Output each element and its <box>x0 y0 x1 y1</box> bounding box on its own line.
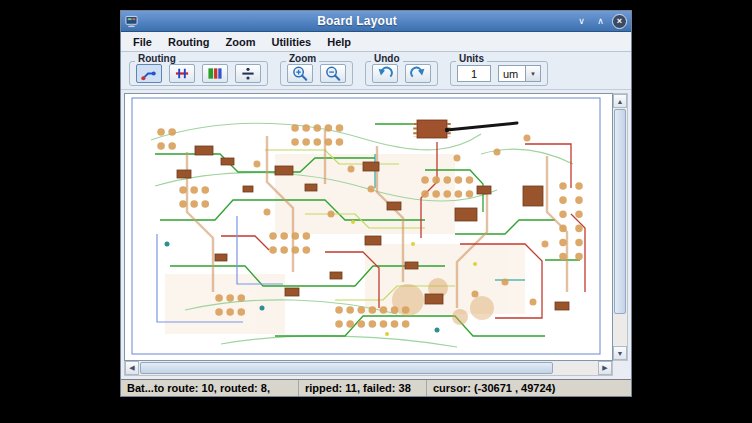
undo-button[interactable] <box>372 64 398 83</box>
scroll-down-icon: ▼ <box>617 350 624 357</box>
window-title: Board Layout <box>140 14 574 28</box>
fanout-icon <box>173 66 191 81</box>
menu-help[interactable]: Help <box>320 34 358 50</box>
menu-zoom[interactable]: Zoom <box>219 34 263 50</box>
redo-icon <box>409 66 427 82</box>
scroll-right-button[interactable]: ▶ <box>598 361 612 375</box>
maximize-button[interactable]: ∧ <box>593 14 608 29</box>
redo-button[interactable] <box>405 64 431 83</box>
menu-bar: File Routing Zoom Utilities Help <box>121 32 631 52</box>
routing-group-label: Routing <box>135 54 179 64</box>
toolbar: Routing <box>121 52 631 90</box>
units-combobox-value: um <box>499 66 525 81</box>
autoroute-button[interactable] <box>136 64 162 83</box>
minimize-button[interactable]: ∨ <box>574 14 589 29</box>
scroll-left-icon: ◀ <box>129 364 134 372</box>
status-bar: Bat...to route: 10, routed: 8, ripped: 1… <box>121 379 631 396</box>
undo-group-label: Undo <box>371 54 403 64</box>
scroll-down-button[interactable]: ▼ <box>613 346 627 360</box>
status-rip-counts: ripped: 11, failed: 38 <box>299 380 427 396</box>
vertical-scroll-thumb[interactable] <box>614 109 626 314</box>
incomplete-route-line <box>445 123 517 132</box>
horizontal-scroll-thumb[interactable] <box>140 362 553 374</box>
horizontal-scroll-track[interactable] <box>139 361 598 375</box>
pcb-board-graphic <box>125 94 612 360</box>
scrollbar-corner <box>613 361 628 376</box>
menu-routing[interactable]: Routing <box>161 34 217 50</box>
zoom-group-label: Zoom <box>286 54 319 64</box>
spread-icon <box>239 66 257 81</box>
scroll-right-icon: ▶ <box>602 364 607 372</box>
main-area: ▲ ▼ ◀ ▶ <box>121 90 631 379</box>
undo-group: Undo <box>365 61 438 86</box>
units-combobox[interactable]: um ▼ <box>498 65 541 82</box>
scroll-up-button[interactable]: ▲ <box>613 94 627 108</box>
optimize-button[interactable] <box>202 64 228 83</box>
routing-group: Routing <box>129 61 268 86</box>
chevron-down-icon: ▼ <box>530 71 536 77</box>
zoom-out-icon <box>324 65 342 82</box>
autoroute-icon <box>140 66 158 81</box>
units-value-input[interactable] <box>457 65 491 82</box>
app-window: Board Layout ∨ ∧ × File Routing Zoom Uti… <box>120 10 632 397</box>
units-group-label: Units <box>456 54 487 64</box>
zoom-out-button[interactable] <box>320 64 346 83</box>
vertical-scrollbar[interactable]: ▲ ▼ <box>613 93 628 361</box>
board-canvas[interactable] <box>124 93 613 361</box>
vertical-scroll-track[interactable] <box>613 108 627 346</box>
optimize-icon <box>206 66 224 81</box>
status-route-counts: Bat...to route: 10, routed: 8, <box>121 380 299 396</box>
app-icon <box>125 14 140 28</box>
fanout-button[interactable] <box>169 64 195 83</box>
ic-chip <box>415 120 449 138</box>
zoom-in-button[interactable] <box>287 64 313 83</box>
scroll-up-icon: ▲ <box>617 98 624 105</box>
spread-button[interactable] <box>235 64 261 83</box>
title-bar[interactable]: Board Layout ∨ ∧ × <box>121 11 631 32</box>
units-group: Units um ▼ <box>450 61 548 86</box>
zoom-group: Zoom <box>280 61 353 86</box>
undo-icon <box>376 66 394 82</box>
scroll-left-button[interactable]: ◀ <box>125 361 139 375</box>
close-button[interactable]: × <box>612 14 627 29</box>
menu-file[interactable]: File <box>126 34 159 50</box>
combobox-arrow-button[interactable]: ▼ <box>525 66 540 81</box>
zoom-in-icon <box>291 65 309 82</box>
menu-utilities[interactable]: Utilities <box>264 34 318 50</box>
status-cursor-position: cursor: (-30671 , 49724) <box>427 380 631 396</box>
horizontal-scrollbar[interactable]: ◀ ▶ <box>124 361 613 376</box>
